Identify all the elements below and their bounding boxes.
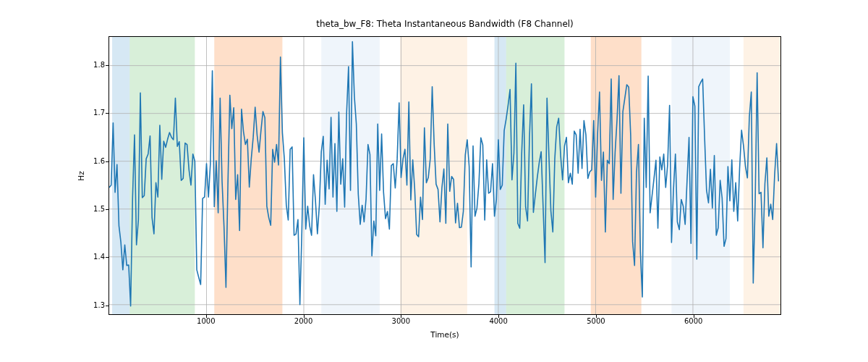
y-tick-label: 1.8 — [85, 61, 105, 69]
x-tick-mark — [694, 315, 694, 318]
x-tick-mark — [401, 315, 401, 318]
background-region — [506, 37, 565, 314]
figure: theta_bw_F8: Theta Instantaneous Bandwid… — [0, 0, 868, 362]
x-tick-label: 5000 — [582, 317, 610, 325]
x-tick-label: 3000 — [386, 317, 415, 325]
y-tick-label: 1.7 — [85, 109, 105, 117]
y-tick-mark — [106, 306, 109, 306]
y-tick-label: 1.4 — [85, 253, 105, 261]
y-tick-mark — [106, 209, 109, 210]
x-tick-label: 4000 — [484, 317, 513, 325]
y-tick-label: 1.6 — [85, 157, 105, 165]
plot-svg — [109, 37, 780, 314]
y-tick-mark — [106, 161, 109, 162]
x-tick-label: 2000 — [289, 317, 318, 325]
chart-title: theta_bw_F8: Theta Instantaneous Bandwid… — [109, 19, 781, 29]
x-tick-mark — [206, 315, 207, 318]
y-axis-label: Hz — [75, 36, 87, 315]
y-tick-mark — [106, 257, 109, 258]
x-tick-label: 1000 — [192, 317, 221, 325]
y-tick-label: 1.5 — [85, 205, 105, 213]
x-tick-mark — [304, 315, 305, 318]
y-tick-mark — [106, 113, 109, 114]
y-tick-label: 1.3 — [85, 301, 105, 309]
x-tick-mark — [596, 315, 597, 318]
x-tick-mark — [498, 315, 499, 318]
plot-area — [109, 36, 781, 315]
y-tick-mark — [106, 65, 109, 66]
background-region — [671, 37, 730, 314]
background-region — [591, 37, 642, 314]
x-axis-label: Time(s) — [109, 330, 781, 339]
x-tick-label: 6000 — [679, 317, 708, 325]
